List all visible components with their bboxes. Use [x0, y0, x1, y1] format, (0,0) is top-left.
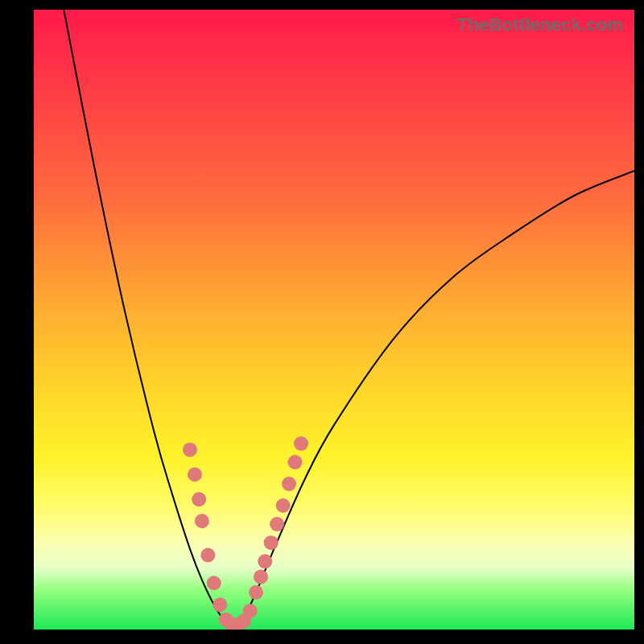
marker-dot	[188, 468, 202, 482]
marker-dot	[243, 604, 258, 618]
marker-dots-group	[183, 436, 308, 630]
marker-dot	[249, 585, 263, 600]
marker-dot	[276, 498, 291, 513]
marker-dot	[258, 554, 272, 568]
right-curve	[232, 171, 634, 630]
marker-dot	[270, 517, 284, 531]
marker-dot	[264, 535, 279, 550]
marker-dot	[183, 443, 197, 457]
marker-dot	[200, 548, 215, 563]
marker-dot	[254, 570, 268, 584]
chart-frame: TheBottleneck.com	[0, 0, 644, 644]
plot-area: TheBottleneck.com	[34, 10, 634, 630]
left-curve	[64, 10, 232, 630]
marker-dot	[213, 597, 227, 612]
marker-dot	[195, 514, 209, 528]
marker-dot	[294, 436, 308, 451]
marker-dot	[282, 477, 296, 491]
marker-dot	[207, 576, 221, 590]
marker-dot	[192, 492, 206, 506]
marker-dot	[288, 455, 303, 469]
curves-layer	[34, 10, 634, 630]
